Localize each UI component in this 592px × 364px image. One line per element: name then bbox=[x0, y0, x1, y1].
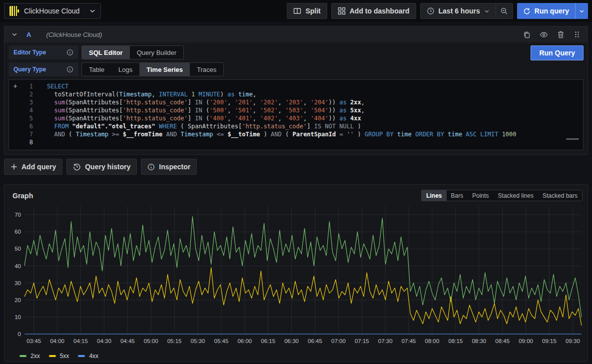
gutter-plus bbox=[9, 130, 23, 138]
svg-text:08:45: 08:45 bbox=[495, 338, 510, 344]
line-number: 1 bbox=[23, 82, 33, 90]
add-to-dashboard-button[interactable]: Add to dashboard bbox=[331, 3, 416, 19]
split-label: Split bbox=[305, 7, 320, 15]
graph-mode-stacked-lines[interactable]: Stacked lines bbox=[494, 190, 538, 201]
add-query-button[interactable]: Add query bbox=[4, 159, 62, 175]
legend-item-2xx[interactable]: 2xx bbox=[19, 353, 40, 360]
panel-run-query-button[interactable]: Run Query bbox=[531, 45, 584, 60]
editor-type-label: Editor Type bbox=[13, 49, 46, 56]
svg-text:06:45: 06:45 bbox=[308, 338, 322, 344]
editor-scrollbar-thumb[interactable] bbox=[566, 138, 579, 140]
run-query-button[interactable]: Run query bbox=[517, 3, 575, 19]
svg-text:20: 20 bbox=[14, 297, 21, 303]
query-type-option-table[interactable]: Table bbox=[82, 63, 111, 76]
query-type-option-logs[interactable]: Logs bbox=[111, 63, 139, 76]
svg-text:07:45: 07:45 bbox=[402, 338, 416, 344]
svg-text:07:00: 07:00 bbox=[331, 338, 346, 344]
refresh-icon bbox=[523, 7, 531, 15]
timeseries-chart[interactable]: 01020304050607003:4504:0004:1504:3004:45… bbox=[7, 202, 585, 349]
graph-mode-lines[interactable]: Lines bbox=[422, 190, 446, 201]
query-history-label: Query history bbox=[85, 163, 130, 171]
query-history-button[interactable]: Query history bbox=[66, 159, 137, 175]
line-number: 8 bbox=[23, 138, 33, 146]
svg-text:05:00: 05:00 bbox=[144, 338, 158, 344]
split-icon bbox=[293, 7, 301, 15]
svg-text:09:30: 09:30 bbox=[566, 338, 580, 344]
query-type-switch: Table Logs Time Series Traces bbox=[81, 62, 224, 76]
info-icon[interactable] bbox=[66, 49, 73, 56]
info-icon[interactable] bbox=[66, 66, 73, 73]
gutter-plus bbox=[9, 114, 23, 122]
svg-text:05:15: 05:15 bbox=[167, 338, 182, 344]
svg-text:08:15: 08:15 bbox=[449, 338, 463, 344]
svg-text:09:00: 09:00 bbox=[519, 338, 533, 344]
collapse-query-chevron-icon[interactable] bbox=[11, 31, 17, 37]
svg-text:08:00: 08:00 bbox=[425, 338, 440, 344]
graph-panel: Graph Lines Bars Points Stacked lines St… bbox=[4, 184, 588, 362]
graph-mode-points[interactable]: Points bbox=[468, 190, 493, 201]
sql-line: 2 toStartOfInterval(Timestamp, INTERVAL … bbox=[9, 90, 583, 98]
drag-handle-icon[interactable] bbox=[574, 31, 581, 38]
hide-response-eye-icon[interactable] bbox=[540, 30, 548, 39]
gutter-plus bbox=[9, 106, 23, 114]
gutter-plus bbox=[9, 98, 23, 106]
query-ref-id: A bbox=[26, 31, 31, 38]
legend-item-5xx[interactable]: 5xx bbox=[49, 353, 69, 360]
sql-line: 5 sum(SpanAttributes['http.status_code']… bbox=[9, 114, 583, 122]
legend-label: 4xx bbox=[89, 353, 98, 360]
zoom-out-time-button[interactable] bbox=[496, 3, 513, 18]
legend-label: 5xx bbox=[60, 353, 69, 360]
split-button[interactable]: Split bbox=[287, 3, 327, 19]
svg-text:06:00: 06:00 bbox=[237, 338, 252, 344]
svg-text:03:45: 03:45 bbox=[26, 338, 41, 344]
graph-panel-title: Graph bbox=[12, 192, 33, 200]
svg-text:05:45: 05:45 bbox=[214, 338, 229, 344]
datasource-picker[interactable]: ClickHouse Cloud bbox=[4, 3, 101, 19]
apps-grid-icon bbox=[338, 7, 346, 15]
inspector-button[interactable]: Inspector bbox=[141, 159, 197, 175]
legend-color-pill bbox=[19, 355, 26, 357]
run-query-dropdown-caret[interactable] bbox=[575, 3, 588, 19]
legend-color-pill bbox=[78, 355, 85, 357]
sql-editor[interactable]: +1SELECT2 toStartOfInterval(Timestamp, I… bbox=[8, 79, 584, 150]
graph-mode-bars[interactable]: Bars bbox=[447, 190, 468, 201]
query-row-header: A (ClickHouse Cloud) bbox=[4, 26, 588, 42]
add-to-dashboard-label: Add to dashboard bbox=[350, 7, 410, 15]
svg-text:60: 60 bbox=[14, 229, 21, 235]
svg-text:06:30: 06:30 bbox=[284, 338, 299, 344]
time-range-button[interactable]: Last 6 hours bbox=[421, 3, 496, 18]
query-type-option-time-series[interactable]: Time Series bbox=[139, 63, 190, 76]
svg-text:40: 40 bbox=[14, 263, 21, 269]
line-number: 7 bbox=[23, 130, 33, 138]
remove-query-trash-icon[interactable] bbox=[557, 30, 565, 38]
svg-text:09:15: 09:15 bbox=[542, 338, 557, 344]
top-toolbar: ClickHouse Cloud Split Add to dashboard … bbox=[0, 0, 592, 22]
plus-icon bbox=[10, 163, 17, 170]
query-type-option-traces[interactable]: Traces bbox=[190, 63, 223, 76]
graph-mode-switch: Lines Bars Points Stacked lines Stacked … bbox=[421, 190, 583, 201]
svg-text:30: 30 bbox=[14, 280, 21, 286]
editor-type-field-label: Editor Type bbox=[8, 45, 78, 59]
explore-actions-row: Add query Query history Inspector bbox=[4, 159, 588, 175]
svg-text:10: 10 bbox=[14, 314, 21, 320]
legend-item-4xx[interactable]: 4xx bbox=[78, 353, 98, 360]
chart-legend: 2xx5xx4xx bbox=[7, 349, 585, 361]
duplicate-query-icon[interactable] bbox=[523, 31, 531, 38]
editor-type-option-query-builder[interactable]: Query Builder bbox=[130, 46, 183, 59]
editor-type-option-sql-editor[interactable]: SQL Editor bbox=[82, 46, 130, 59]
query-type-field-label: Query Type bbox=[8, 62, 78, 76]
time-range-label: Last 6 hours bbox=[439, 7, 480, 15]
chevron-down-icon bbox=[484, 8, 490, 14]
graph-mode-stacked-bars[interactable]: Stacked bars bbox=[538, 190, 582, 201]
run-query-split-button: Run query bbox=[517, 3, 588, 19]
clock-icon bbox=[427, 7, 435, 15]
run-query-label: Run query bbox=[535, 7, 569, 15]
svg-text:04:00: 04:00 bbox=[50, 338, 64, 344]
line-number: 2 bbox=[23, 90, 33, 98]
query-type-label: Query Type bbox=[13, 66, 46, 73]
query-editor-panel: A (ClickHouse Cloud) Run Query Editor Ty… bbox=[4, 26, 588, 155]
svg-text:04:45: 04:45 bbox=[120, 338, 135, 344]
history-icon bbox=[73, 163, 81, 171]
sql-line: +1SELECT bbox=[9, 82, 583, 90]
sql-line: 4 sum(SpanAttributes['http.status_code']… bbox=[9, 106, 583, 114]
